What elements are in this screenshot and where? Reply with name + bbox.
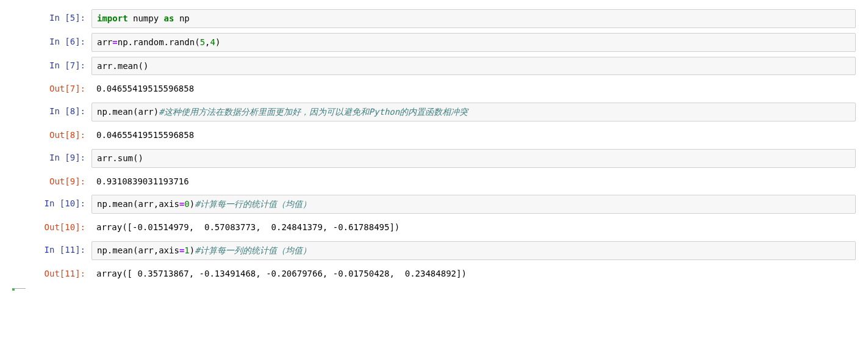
dot: . xyxy=(128,37,133,47)
output-prompt: Out[8]: xyxy=(12,126,91,143)
paren-open: ( xyxy=(195,37,199,47)
mod-np: np xyxy=(97,107,107,117)
code-input[interactable]: arr.sum() xyxy=(91,149,856,168)
op-eq: = xyxy=(112,37,117,47)
kw-axis: axis xyxy=(159,199,179,209)
mod-np: np xyxy=(97,199,107,209)
output-cell: Out[8]: 0.04655419515596858 xyxy=(12,125,856,146)
fn-mean: mean xyxy=(112,245,133,255)
fn-randn: randn xyxy=(169,37,195,47)
code-cell: In [6]: arr=np.random.randn(5,4) xyxy=(12,31,856,54)
code-input[interactable]: import numpy as np xyxy=(91,9,856,28)
paren-open: ( xyxy=(138,61,143,71)
output-prompt: Out[9]: xyxy=(12,173,91,189)
code-input[interactable]: arr=np.random.randn(5,4) xyxy=(91,33,856,52)
var-arr: arr xyxy=(97,61,112,71)
output-cell: Out[11]: array([ 0.35713867, -0.13491468… xyxy=(12,263,856,285)
paren-close: ) xyxy=(215,37,220,47)
output-prompt: Out[10]: xyxy=(12,219,91,235)
fn-mean: mean xyxy=(118,61,138,71)
alias-np: np xyxy=(174,13,189,23)
var-arr: arr xyxy=(138,199,153,209)
mod-np: np xyxy=(97,245,107,255)
code-input[interactable]: np.mean(arr,axis=1)#计算每一列的统计值（均值） xyxy=(91,241,856,260)
output-text: 0.9310839031193716 xyxy=(91,173,856,190)
input-prompt: In [11]: xyxy=(12,241,91,258)
code-cell: In [8]: np.mean(arr)#这种使用方法在数据分析里面更加好，因为… xyxy=(12,101,856,123)
var-arr: arr xyxy=(138,245,153,255)
keyword-as: as xyxy=(164,13,174,23)
code-input[interactable]: arr.mean() xyxy=(91,57,856,76)
num-5: 5 xyxy=(200,37,205,47)
input-prompt: In [5]: xyxy=(12,9,91,26)
code-cell: In [10]: np.mean(arr,axis=0)#计算每一行的统计值（均… xyxy=(12,193,856,216)
var-arr: arr xyxy=(97,37,112,47)
output-cell: Out[9]: 0.9310839031193716 xyxy=(12,171,856,192)
output-prompt: Out[7]: xyxy=(12,80,91,96)
paren-close: ) xyxy=(138,153,143,163)
paren-close: ) xyxy=(143,61,148,71)
fn-mean: mean xyxy=(112,199,133,209)
output-text: array([-0.01514979, 0.57083773, 0.248413… xyxy=(91,219,856,236)
paren-close: ) xyxy=(190,199,195,209)
input-prompt: In [9]: xyxy=(12,149,91,165)
output-prompt: Out[11]: xyxy=(12,265,91,281)
num-1: 1 xyxy=(184,245,189,255)
kw-axis: axis xyxy=(159,245,179,255)
output-cell: Out[10]: array([-0.01514979, 0.57083773,… xyxy=(12,217,856,238)
dot: . xyxy=(164,37,169,47)
input-prompt: In [8]: xyxy=(12,103,91,119)
keyword-import: import xyxy=(97,13,128,23)
comment: #计算每一行的统计值（均值） xyxy=(195,199,310,209)
num-4: 4 xyxy=(210,37,215,47)
fn-sum: sum xyxy=(118,153,133,163)
code-cell: In [7]: arr.mean() xyxy=(12,55,856,78)
input-prompt: In [6]: xyxy=(12,33,91,49)
fn-mean: mean xyxy=(112,107,133,117)
output-text: array([ 0.35713867, -0.13491468, -0.2067… xyxy=(91,265,856,283)
input-prompt: In [7]: xyxy=(12,57,91,73)
next-cell-indicator xyxy=(12,288,26,291)
comment: #计算每一列的统计值（均值） xyxy=(195,245,310,255)
num-0: 0 xyxy=(184,199,189,209)
code-cell: In [5]: import numpy as np xyxy=(12,7,856,30)
var-arr: arr xyxy=(97,153,112,163)
code-cell: In [11]: np.mean(arr,axis=1)#计算每一列的统计值（均… xyxy=(12,239,856,262)
comma: , xyxy=(154,199,159,209)
dot: . xyxy=(112,153,117,163)
output-text: 0.04655419515596858 xyxy=(91,126,856,144)
dot: . xyxy=(112,61,117,71)
input-prompt: In [10]: xyxy=(12,195,91,211)
mod-np: np xyxy=(118,37,128,47)
comma: , xyxy=(205,37,210,47)
output-text: 0.04655419515596858 xyxy=(91,80,856,98)
comma: , xyxy=(154,245,159,255)
code-input[interactable]: np.mean(arr)#这种使用方法在数据分析里面更加好，因为可以避免和Pyt… xyxy=(91,103,856,121)
code-input[interactable]: np.mean(arr,axis=0)#计算每一行的统计值（均值） xyxy=(91,195,856,214)
var-arr: arr xyxy=(138,107,153,117)
module-numpy: numpy xyxy=(128,13,164,23)
output-cell: Out[7]: 0.04655419515596858 xyxy=(12,78,856,100)
code-cell: In [9]: arr.sum() xyxy=(12,147,856,170)
comment: #这种使用方法在数据分析里面更加好，因为可以避免和Python的内置函数相冲突 xyxy=(159,107,468,117)
attr-random: random xyxy=(133,37,164,47)
paren-close: ) xyxy=(154,107,159,117)
paren-close: ) xyxy=(190,245,195,255)
